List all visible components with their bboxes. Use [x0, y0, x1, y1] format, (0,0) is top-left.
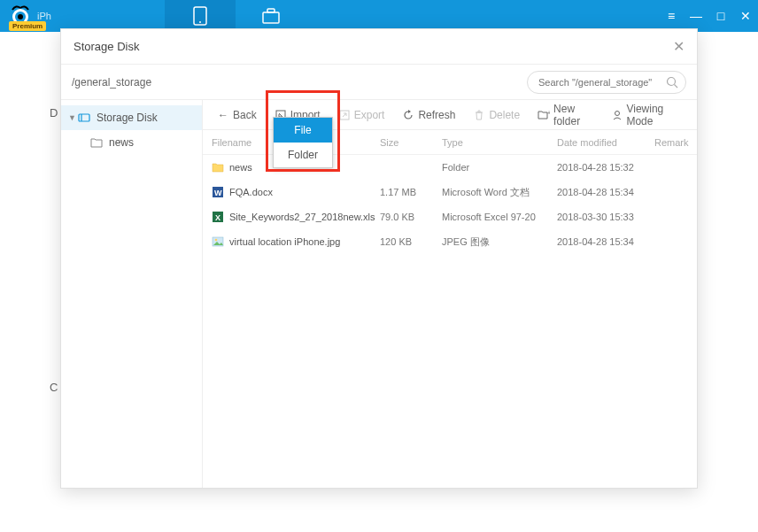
file-type: JPEG 图像 — [442, 235, 557, 249]
logo-text: iPh — [37, 11, 51, 21]
tree-item-news[interactable]: news — [61, 130, 202, 155]
chevron-down-icon: ▼ — [68, 113, 77, 122]
bg-letter-c: C — [50, 381, 58, 394]
minimize-icon[interactable]: — — [689, 9, 703, 23]
maximize-icon[interactable]: □ — [714, 9, 728, 23]
back-icon: ← — [217, 109, 229, 121]
refresh-button[interactable]: Refresh — [395, 105, 462, 125]
modal-body: ▼ Storage Disk news ←Back Import Export … — [61, 100, 697, 488]
trash-icon — [473, 109, 485, 121]
modal-title: Storage Disk — [73, 40, 139, 53]
svg-rect-5 — [263, 12, 279, 23]
viewing-mode-button[interactable]: Viewing Mode — [605, 99, 690, 131]
modal-header: Storage Disk ✕ — [61, 29, 697, 65]
word-icon: W — [212, 186, 224, 198]
file-date: 2018-04-28 15:34 — [557, 187, 654, 197]
dropdown-item-file[interactable]: File — [274, 118, 332, 143]
tree-root-label: Storage Disk — [97, 112, 158, 124]
person-icon — [612, 109, 623, 121]
logo-icon: Premium — [7, 3, 34, 29]
tree-root-storage[interactable]: ▼ Storage Disk — [61, 105, 202, 130]
menu-icon[interactable]: ≡ — [664, 9, 678, 23]
bg-letter-d: D — [50, 106, 58, 120]
new-folder-icon: + — [538, 109, 550, 121]
titlebar-left: Premium iPh — [0, 0, 306, 32]
svg-rect-9 — [79, 114, 89, 121]
titlebar: Premium iPh ≡ — □ ✕ — [0, 0, 758, 32]
file-row[interactable]: WFQA.docx1.17 MBMicrosoft Word 文档2018-04… — [203, 180, 697, 204]
file-type: Microsoft Excel 97-20 — [442, 212, 557, 222]
svg-rect-6 — [267, 9, 275, 12]
close-icon[interactable]: ✕ — [673, 38, 685, 55]
file-date: 2018-03-30 15:33 — [557, 212, 654, 222]
file-size: 1.17 MB — [380, 187, 442, 197]
folder-icon — [89, 137, 104, 148]
export-icon — [338, 109, 351, 121]
file-row[interactable]: XSite_Keywords2_27_2018new.xls79.0 KBMic… — [203, 204, 697, 229]
file-list: newsFolder2018-04-28 15:32WFQA.docx1.17 … — [203, 155, 697, 254]
premium-badge: Premium — [9, 21, 46, 31]
file-date: 2018-04-28 15:32 — [557, 162, 654, 173]
svg-line-8 — [675, 84, 678, 88]
file-name: FQA.docx — [229, 187, 273, 197]
dropdown-item-folder[interactable]: Folder — [274, 143, 332, 167]
new-folder-button[interactable]: +New folder — [530, 99, 601, 131]
svg-point-4 — [199, 21, 201, 23]
search-icon — [666, 76, 678, 89]
col-remark[interactable]: Remark — [654, 137, 697, 148]
col-type[interactable]: Type — [442, 137, 557, 148]
file-date: 2018-04-28 15:34 — [557, 236, 654, 247]
import-dropdown: File Folder — [273, 117, 333, 168]
titlebar-tab-toolbox[interactable] — [236, 0, 306, 32]
sidebar-tree: ▼ Storage Disk news — [61, 100, 203, 488]
svg-point-20 — [215, 239, 218, 242]
file-name: virtual location iPhone.jpg — [229, 236, 340, 247]
disk-icon — [77, 112, 91, 124]
file-type: Microsoft Word 文档 — [442, 186, 557, 199]
svg-point-14 — [615, 111, 620, 115]
window-controls: ≡ — □ ✕ — [664, 9, 753, 23]
svg-text:W: W — [214, 189, 222, 197]
back-button[interactable]: ←Back — [210, 105, 264, 125]
breadcrumb: /general_storage — [72, 76, 151, 89]
file-size: 79.0 KB — [380, 212, 442, 222]
file-type: Folder — [442, 162, 557, 173]
svg-text:X: X — [215, 213, 220, 222]
search-box[interactable] — [527, 71, 686, 94]
svg-point-2 — [18, 14, 23, 19]
file-name: Site_Keywords2_27_2018new.xls — [229, 212, 375, 222]
file-row[interactable]: virtual location iPhone.jpg120 KBJPEG 图像… — [203, 229, 697, 254]
tree-item-label: news — [109, 136, 134, 149]
refresh-icon — [402, 109, 414, 121]
app-logo: Premium iPh — [0, 3, 58, 29]
path-row: /general_storage — [61, 65, 697, 100]
delete-button: Delete — [466, 105, 527, 125]
image-icon — [212, 235, 224, 248]
file-size: 120 KB — [380, 236, 442, 247]
svg-text:+: + — [547, 110, 550, 116]
col-date[interactable]: Date modified — [557, 137, 654, 148]
folder-icon — [212, 161, 224, 173]
titlebar-tab-device[interactable] — [165, 0, 236, 32]
export-button: Export — [331, 105, 392, 125]
file-name: news — [229, 162, 252, 173]
excel-icon: X — [212, 211, 224, 223]
storage-modal: Storage Disk ✕ /general_storage ▼ Storag… — [60, 28, 698, 489]
col-size[interactable]: Size — [380, 137, 442, 148]
svg-point-7 — [668, 77, 676, 85]
titlebar-tabs — [165, 0, 306, 32]
close-window-icon[interactable]: ✕ — [739, 9, 753, 23]
search-input[interactable] — [538, 77, 666, 88]
